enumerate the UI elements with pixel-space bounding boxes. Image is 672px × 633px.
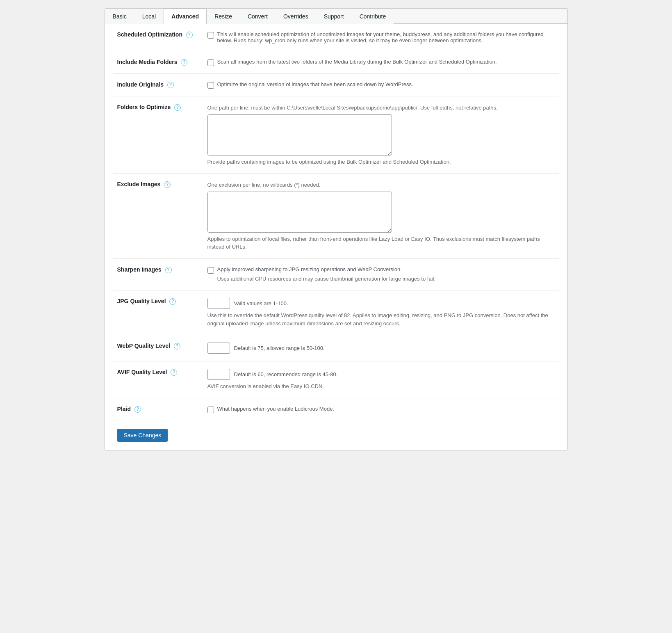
hint-folders-to-optimize: One path per line, must be within C:\Use… bbox=[207, 104, 555, 112]
value-scheduled-optimization: This will enable scheduled optimization … bbox=[203, 24, 559, 51]
textarea-folders-to-optimize[interactable] bbox=[207, 114, 392, 155]
label-folders-to-optimize: Folders to Optimize ? bbox=[113, 96, 203, 174]
sharpen-line1: Apply improved sharpening to JPG resizin… bbox=[217, 266, 436, 272]
value-folders-to-optimize: One path per line, must be within C:\Use… bbox=[203, 96, 559, 174]
help-icon-webp-quality[interactable]: ? bbox=[174, 343, 180, 350]
row-folders-to-optimize: Folders to Optimize ? One path per line,… bbox=[113, 96, 559, 174]
input-jpg-quality[interactable] bbox=[207, 298, 230, 309]
desc-plaid: What happens when you enable Ludicrous M… bbox=[217, 406, 334, 412]
help-icon-avif-quality[interactable]: ? bbox=[171, 369, 177, 376]
tab-resize[interactable]: Resize bbox=[207, 9, 240, 24]
help-icon-jpg-quality[interactable]: ? bbox=[169, 298, 176, 305]
row-avif-quality: AVIF Quality Level ? Default is 60, reco… bbox=[113, 361, 559, 398]
value-webp-quality: Default is 75, allowed range is 50-100. bbox=[203, 335, 559, 361]
checkbox-sharpen-images[interactable] bbox=[207, 267, 214, 274]
settings-table: Scheduled Optimization ? This will enabl… bbox=[113, 24, 559, 420]
tab-bar: Basic Local Advanced Resize Convert Over… bbox=[105, 9, 567, 24]
row-sharpen-images: Sharpen Images ? Apply improved sharpeni… bbox=[113, 258, 559, 290]
row-plaid: Plaid ? What happens when you enable Lud… bbox=[113, 398, 559, 420]
row-webp-quality: WebP Quality Level ? Default is 75, allo… bbox=[113, 335, 559, 361]
row-include-media-folders: Include Media Folders ? Scan all images … bbox=[113, 51, 559, 74]
desc-scheduled-optimization: This will enable scheduled optimization … bbox=[217, 31, 555, 43]
hint-jpg-quality: Valid values are 1-100. bbox=[234, 300, 288, 306]
tab-overrides[interactable]: Overrides bbox=[276, 9, 316, 24]
desc-exclude-images: Applies to optimization of local files, … bbox=[207, 235, 555, 251]
tab-contribute[interactable]: Contribute bbox=[352, 9, 394, 24]
tab-basic[interactable]: Basic bbox=[105, 9, 134, 24]
input-webp-quality[interactable] bbox=[207, 343, 230, 354]
value-exclude-images: One exclusion per line, no wildcards (*)… bbox=[203, 174, 559, 259]
help-icon-plaid[interactable]: ? bbox=[134, 406, 141, 413]
settings-content: Scheduled Optimization ? This will enabl… bbox=[105, 24, 567, 450]
help-icon-folders-to-optimize[interactable]: ? bbox=[174, 104, 181, 111]
label-sharpen-images: Sharpen Images ? bbox=[113, 258, 203, 290]
label-webp-quality: WebP Quality Level ? bbox=[113, 335, 203, 361]
checkbox-scheduled-optimization[interactable] bbox=[207, 32, 214, 39]
checkbox-plaid[interactable] bbox=[207, 407, 214, 413]
label-exclude-images: Exclude Images ? bbox=[113, 174, 203, 259]
label-jpg-quality: JPG Quality Level ? bbox=[113, 290, 203, 335]
label-include-media-folders: Include Media Folders ? bbox=[113, 51, 203, 74]
value-include-media-folders: Scan all images from the latest two fold… bbox=[203, 51, 559, 74]
label-plaid: Plaid ? bbox=[113, 398, 203, 420]
help-icon-sharpen-images[interactable]: ? bbox=[165, 267, 172, 273]
help-icon-include-originals[interactable]: ? bbox=[167, 82, 174, 88]
desc-sharpen-images: Uses additional CPU resources and may ca… bbox=[217, 275, 436, 283]
value-sharpen-images: Apply improved sharpening to JPG resizin… bbox=[203, 258, 559, 290]
hint-avif-quality: Default is 60, recommended range is 45-8… bbox=[234, 371, 338, 377]
desc-include-media-folders: Scan all images from the latest two fold… bbox=[217, 59, 497, 65]
help-icon-exclude-images[interactable]: ? bbox=[164, 181, 171, 188]
value-plaid: What happens when you enable Ludicrous M… bbox=[203, 398, 559, 420]
row-exclude-images: Exclude Images ? One exclusion per line,… bbox=[113, 174, 559, 259]
value-avif-quality: Default is 60, recommended range is 45-8… bbox=[203, 361, 559, 398]
tab-convert[interactable]: Convert bbox=[240, 9, 276, 24]
hint-webp-quality: Default is 75, allowed range is 50-100. bbox=[234, 345, 325, 351]
help-icon-include-media-folders[interactable]: ? bbox=[181, 59, 187, 66]
row-jpg-quality: JPG Quality Level ? Valid values are 1-1… bbox=[113, 290, 559, 335]
tab-advanced[interactable]: Advanced bbox=[164, 9, 207, 24]
label-scheduled-optimization: Scheduled Optimization ? bbox=[113, 24, 203, 51]
desc-avif-quality: AVIF conversion is enabled via the Easy … bbox=[207, 382, 555, 391]
hint-exclude-images: One exclusion per line, no wildcards (*)… bbox=[207, 181, 555, 189]
row-include-originals: Include Originals ? Optimize the origina… bbox=[113, 74, 559, 96]
label-avif-quality: AVIF Quality Level ? bbox=[113, 361, 203, 398]
help-icon-scheduled-optimization[interactable]: ? bbox=[186, 32, 193, 38]
save-changes-button[interactable]: Save Changes bbox=[117, 429, 168, 442]
checkbox-include-originals[interactable] bbox=[207, 82, 214, 89]
label-include-originals: Include Originals ? bbox=[113, 74, 203, 96]
textarea-exclude-images[interactable] bbox=[207, 192, 392, 233]
value-include-originals: Optimize the original version of images … bbox=[203, 74, 559, 96]
desc-include-originals: Optimize the original version of images … bbox=[217, 81, 413, 87]
tab-local[interactable]: Local bbox=[134, 9, 164, 24]
row-scheduled-optimization: Scheduled Optimization ? This will enabl… bbox=[113, 24, 559, 51]
checkbox-include-media-folders[interactable] bbox=[207, 59, 214, 66]
tab-support[interactable]: Support bbox=[316, 9, 352, 24]
desc-jpg-quality: Use this to override the default WordPre… bbox=[207, 311, 555, 327]
input-avif-quality[interactable] bbox=[207, 369, 230, 380]
value-jpg-quality: Valid values are 1-100. Use this to over… bbox=[203, 290, 559, 335]
desc-folders-to-optimize: Provide paths containing images to be op… bbox=[207, 158, 555, 166]
